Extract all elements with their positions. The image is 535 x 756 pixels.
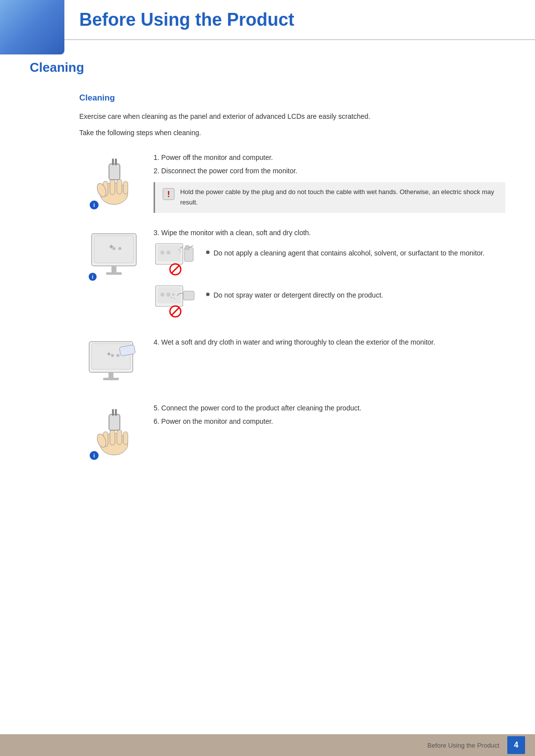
sub-heading: Cleaning <box>79 93 505 103</box>
svg-rect-54 <box>110 429 115 445</box>
svg-rect-27 <box>185 246 189 250</box>
step-5-6-row: i 5. Connect the power cord to the produ… <box>79 402 505 461</box>
svg-text:!: ! <box>167 189 170 199</box>
svg-point-29 <box>180 247 182 249</box>
step-3-image: ✦ i <box>79 229 154 283</box>
svg-rect-4 <box>123 181 128 194</box>
svg-rect-56 <box>123 432 128 445</box>
svg-point-41 <box>174 298 175 299</box>
step-4-content: 4. Wet a soft and dry cloth in water and… <box>154 337 505 349</box>
no-cleaning-agent-illustration <box>154 242 197 276</box>
wiping-illustration: ✦ <box>84 337 149 391</box>
svg-rect-51 <box>103 378 119 380</box>
warning-icon: ! <box>162 187 175 201</box>
step-5-text: 5. Connect the power cord to the product… <box>154 402 505 414</box>
no-spray-illustration <box>154 284 197 318</box>
step-3-content: 3. Wipe the monitor with a clean, soft a… <box>154 229 505 326</box>
svg-rect-59 <box>112 409 114 416</box>
svg-point-16 <box>112 247 115 250</box>
page-number: 4 <box>507 736 525 754</box>
step-3-row: ✦ i 3. Wipe the monitor with a clean, so… <box>79 229 505 326</box>
svg-rect-19 <box>106 272 122 275</box>
step-5-6-list: 5. Connect the power cord to the product… <box>154 402 505 428</box>
svg-point-48 <box>116 354 119 357</box>
bullet-1: Do not apply a cleaning agent that conta… <box>206 248 505 258</box>
spray-image <box>154 284 198 320</box>
warning-box: ! Hold the power cable by the plug and d… <box>154 182 505 213</box>
sub-content-2: Do not spray water or detergent directly… <box>206 284 505 303</box>
svg-rect-6 <box>109 164 120 180</box>
svg-rect-55 <box>117 430 122 445</box>
svg-point-40 <box>171 297 172 298</box>
step-5-6-content: 5. Connect the power cord to the product… <box>154 402 505 429</box>
svg-text:i: i <box>92 274 94 280</box>
section-heading: Cleaning <box>30 60 505 78</box>
svg-line-43 <box>171 307 179 315</box>
svg-text:i: i <box>93 453 95 458</box>
step-4-row: ✦ 4. Wet a soft and dry cloth in water a… <box>79 337 505 391</box>
svg-text:✦: ✦ <box>106 350 112 358</box>
cleaning-subsection: Cleaning Exercise care when cleaning as … <box>79 93 505 461</box>
sub-content-1: Do not apply a cleaning agent that conta… <box>206 242 505 261</box>
step-1-2-list: 1. Power off the monitor and computer. 2… <box>154 151 505 177</box>
cleaning-agent-image <box>154 242 198 278</box>
step-4-image: ✦ <box>79 337 154 391</box>
svg-rect-7 <box>112 158 114 165</box>
svg-point-37 <box>166 293 170 297</box>
header-accent-block <box>0 0 64 54</box>
svg-point-47 <box>111 354 114 357</box>
svg-point-31 <box>180 251 181 252</box>
bullet-dot-1 <box>206 251 210 254</box>
step-1-image: i <box>79 151 154 211</box>
svg-rect-58 <box>109 414 120 430</box>
svg-point-39 <box>172 294 174 296</box>
step-6-text: 6. Power on the monitor and computer. <box>154 415 505 428</box>
svg-point-24 <box>160 251 164 254</box>
bullet-dot-2 <box>206 293 210 296</box>
sub-row-1: Do not apply a cleaning agent that conta… <box>154 242 505 278</box>
svg-rect-2 <box>110 179 115 195</box>
svg-rect-38 <box>183 291 194 300</box>
page-header: Before Using the Product <box>0 0 535 40</box>
step-5-image: i <box>79 402 154 461</box>
svg-point-17 <box>118 247 121 250</box>
svg-text:i: i <box>93 202 95 208</box>
step-1-2-row: i 1. Power off the monitor and computer.… <box>79 151 505 218</box>
svg-rect-18 <box>111 266 116 273</box>
svg-line-33 <box>171 265 179 273</box>
svg-point-36 <box>160 293 164 297</box>
svg-rect-3 <box>117 179 122 194</box>
plug-illustration: i <box>84 402 149 461</box>
intro-text-2: Take the following steps when cleaning. <box>79 127 505 138</box>
step-3-text: 3. Wipe the monitor with a clean, soft a… <box>154 229 505 237</box>
step-1-2-content: 1. Power off the monitor and computer. 2… <box>154 151 505 218</box>
svg-point-25 <box>166 251 170 254</box>
sub-row-2: Do not spray water or detergent directly… <box>154 284 505 320</box>
footer-text: Before Using the Product <box>428 742 499 749</box>
page-title: Before Using the Product <box>79 9 535 30</box>
main-content: Cleaning Cleaning Exercise care when cle… <box>0 40 535 502</box>
svg-rect-8 <box>115 158 117 165</box>
unplug-illustration: i <box>84 151 149 211</box>
svg-rect-60 <box>115 409 117 416</box>
step-2-text: 2. Disconnect the power cord from the mo… <box>154 165 505 177</box>
monitor-illustration: ✦ i <box>84 229 149 283</box>
warning-text: Hold the power cable by the plug and do … <box>180 187 498 208</box>
step-1-text: 1. Power off the monitor and computer. <box>154 151 505 164</box>
svg-point-30 <box>179 249 180 250</box>
intro-text-1: Exercise care when cleaning as the panel… <box>79 111 505 122</box>
bullet-2: Do not spray water or detergent directly… <box>206 290 505 301</box>
bullet-list-1: Do not apply a cleaning agent that conta… <box>206 248 505 258</box>
svg-line-28 <box>189 246 193 248</box>
bullet-list-2: Do not spray water or detergent directly… <box>206 290 505 301</box>
page-footer: Before Using the Product 4 <box>0 734 535 756</box>
step-4-text: 4. Wet a soft and dry cloth in water and… <box>154 337 505 349</box>
